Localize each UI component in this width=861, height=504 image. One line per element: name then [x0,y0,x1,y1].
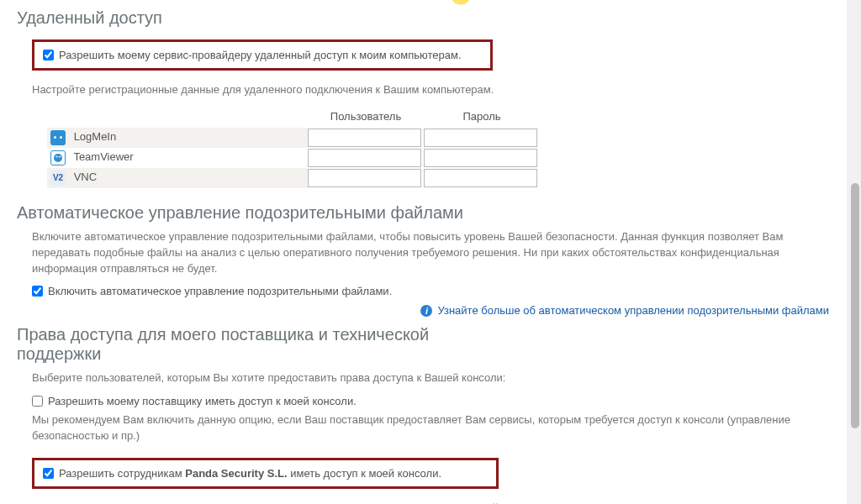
logmein-pass-input[interactable] [424,129,537,147]
row-name: TeamViewer [73,150,133,163]
logmein-user-input[interactable] [308,129,421,147]
credentials-table: Пользователь Пароль LogMeIn TeamViewer [47,107,829,188]
table-row: LogMeIn [47,128,540,148]
teamviewer-pass-input[interactable] [424,149,537,167]
panda-access-checkbox[interactable] [43,468,54,479]
access-title: Права доступа для моего поставщика и тех… [17,325,437,364]
suspicious-enable-label: Включить автоматическое управление подоз… [48,285,392,297]
suspicious-info-link[interactable]: i Узнайте больше об автоматическом управ… [17,304,829,317]
info-icon: i [420,305,432,317]
teamviewer-user-input[interactable] [308,149,421,167]
panda-access-label: Разрешить сотрудникам Panda Security S.L… [59,467,441,480]
provider-access-note: Мы рекомендуем Вам включить данную опцию… [32,412,829,444]
logmein-icon [50,130,66,145]
remote-allow-checkbox[interactable] [43,50,54,60]
remote-allow-highlight: Разрешить моему сервис-провайдеру удален… [32,39,493,71]
provider-access-label: Разрешить моему поставщику иметь доступ … [48,395,357,407]
teamviewer-icon [50,150,66,165]
col-user: Пользователь [308,107,424,128]
suspicious-desc: Включите автоматическое управление подоз… [32,229,829,277]
provider-access-checkbox[interactable] [32,396,43,407]
col-pass: Пароль [424,107,540,128]
table-row: TeamViewer [47,148,540,168]
vnc-pass-input[interactable] [424,169,537,187]
window-scrollbar-track[interactable] [847,0,861,504]
suspicious-enable-checkbox[interactable] [32,286,43,297]
remote-access-title: Удаленный доступ [17,8,829,28]
info-link-text: Узнайте больше об автоматическом управле… [437,304,829,317]
vnc-icon: V2 [50,171,66,186]
panda-label-bold: Panda Security S.L. [185,467,287,480]
suspicious-title: Автоматическое управление подозрительным… [17,203,829,223]
panda-label-prefix: Разрешить сотрудникам [59,467,185,480]
table-header-row: Пользователь Пароль [47,107,540,128]
remote-allow-label: Разрешить моему сервис-провайдеру удален… [59,49,462,61]
vnc-user-input[interactable] [308,169,421,187]
remote-desc: Настройте регистрационные данные для уда… [32,82,829,98]
table-row: V2 VNC [47,168,540,188]
panda-access-highlight: Разрешить сотрудникам Panda Security S.L… [32,458,499,489]
row-name: VNC [74,171,97,183]
row-name: LogMeIn [74,130,117,143]
panda-label-suffix: иметь доступ к моей консоли. [288,467,441,480]
window-scrollbar-thumb[interactable] [851,183,859,428]
panda-access-note: Если Вы включите данную опцию, персонал … [32,501,829,504]
access-desc: Выберите пользователей, которым Вы хотит… [32,370,829,386]
settings-scroll-area[interactable]: Удаленный доступ Разрешить моему сервис-… [0,0,846,504]
decorative-sun [450,0,472,7]
